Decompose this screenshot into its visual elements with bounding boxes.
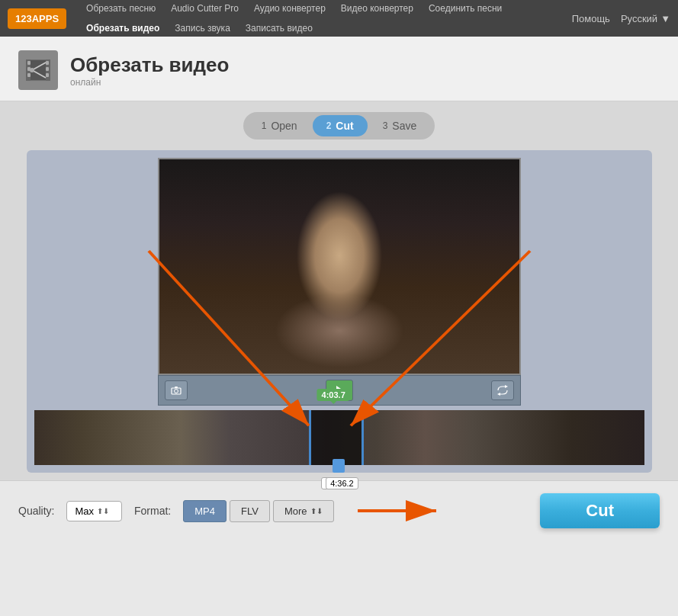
camera-icon (171, 386, 182, 395)
loop-button[interactable] (491, 380, 514, 400)
nav-cut-song[interactable]: Обрезать песню (79, 0, 163, 18)
step-save-label: Save (392, 120, 416, 132)
svg-rect-8 (46, 73, 49, 77)
quality-arrows-icon: ⬆⬇ (97, 507, 109, 515)
format-flv-button[interactable]: FLV (230, 500, 270, 522)
language-label: Русский (621, 13, 657, 24)
language-selector[interactable]: Русский ▼ (621, 13, 670, 24)
nav-links-container: Обрезать песню Audio Cutter Pro Аудио ко… (79, 0, 509, 38)
logo-button[interactable]: 123APPS (8, 8, 66, 29)
page-title: Обрезать видео (70, 53, 229, 77)
loop-icon (496, 385, 509, 396)
svg-rect-3 (27, 61, 31, 65)
step-open-label: Open (271, 120, 297, 132)
step-cut-num: 2 (326, 120, 332, 131)
video-placeholder (159, 159, 519, 374)
timeline-strip[interactable]: 4:03.7 4:03.7 4:36.2 (34, 410, 644, 465)
nav-record-audio[interactable]: Запись звука (167, 18, 238, 38)
video-container: 4:03.7 4:03.7 4:36.2 (27, 150, 652, 473)
main-content: 1 Open 2 Cut 3 Save (0, 101, 678, 480)
page-header: Обрезать видео онлайн (0, 37, 678, 101)
help-link[interactable]: Помощь (572, 13, 610, 24)
timeline-overlay: 4:03.7 4:03.7 4:36.2 (34, 410, 644, 465)
format-mp4-button[interactable]: MP4 (183, 500, 227, 522)
more-label: More (284, 505, 307, 517)
step-cut[interactable]: 2 Cut (313, 115, 368, 136)
step-open-num: 1 (262, 120, 267, 131)
cut-button[interactable]: Cut (540, 493, 660, 528)
svg-point-13 (174, 390, 178, 393)
cut-arrow (354, 492, 445, 530)
quality-label: Quality: (18, 505, 54, 517)
format-buttons: MP4 FLV More ⬆⬇ (183, 500, 333, 522)
page-title-block: Обрезать видео онлайн (70, 53, 229, 88)
handle-right-time: 4:36.2 (326, 477, 358, 489)
nav-record-video[interactable]: Записать видео (238, 18, 320, 38)
page-icon (18, 50, 58, 90)
svg-rect-7 (46, 67, 49, 71)
format-more-button[interactable]: More ⬆⬇ (273, 500, 334, 522)
svg-marker-17 (497, 393, 500, 396)
nav-audio-converter[interactable]: Аудио конвертер (246, 0, 333, 18)
nav-audio-cutter-pro[interactable]: Audio Cutter Pro (163, 0, 246, 18)
screenshot-button[interactable] (165, 380, 188, 400)
svg-rect-14 (175, 387, 178, 388)
chevron-down-icon: ▼ (660, 13, 670, 24)
svg-point-11 (30, 68, 34, 72)
nav-row-1: Обрезать песню Audio Cutter Pro Аудио ко… (79, 0, 509, 18)
step-open[interactable]: 1 Open (248, 115, 311, 136)
svg-rect-6 (46, 61, 49, 65)
format-label: Format: (134, 505, 171, 517)
current-time-label: 4:03.7 (317, 389, 350, 401)
video-scene (159, 159, 519, 374)
nav-video-converter[interactable]: Видео конвертер (333, 0, 421, 18)
step-cut-label: Cut (336, 120, 353, 132)
more-arrows-icon: ⬆⬇ (310, 507, 323, 515)
timeline-selection: 4:03.7 4:03.7 4:36.2 (309, 410, 364, 465)
page-subtitle: онлайн (70, 77, 229, 88)
editor-wrapper: 4:03.7 4:03.7 4:36.2 (27, 150, 652, 473)
svg-rect-5 (27, 73, 31, 77)
nav-cut-video[interactable]: Обрезать видео (79, 18, 167, 38)
step-save[interactable]: 3 Save (369, 115, 431, 136)
svg-marker-16 (505, 385, 508, 388)
quality-value: Max (75, 505, 94, 517)
top-navigation: 123APPS Обрезать песню Audio Cutter Pro … (0, 0, 678, 37)
quality-selector[interactable]: Max ⬆⬇ (66, 501, 122, 521)
nav-right-section: Помощь Русский ▼ (572, 13, 670, 24)
steps-bar: 1 Open 2 Cut 3 Save (243, 112, 435, 140)
video-player (158, 158, 521, 375)
nav-join-songs[interactable]: Соединить песни (421, 0, 509, 18)
step-save-num: 3 (383, 120, 388, 131)
timeline-area: 4:03.7 4:03.7 4:36.2 (34, 406, 644, 465)
handle-right[interactable] (337, 459, 345, 473)
nav-row-2: Обрезать видео Запись звука Записать вид… (79, 18, 509, 38)
film-cut-icon (24, 56, 52, 84)
